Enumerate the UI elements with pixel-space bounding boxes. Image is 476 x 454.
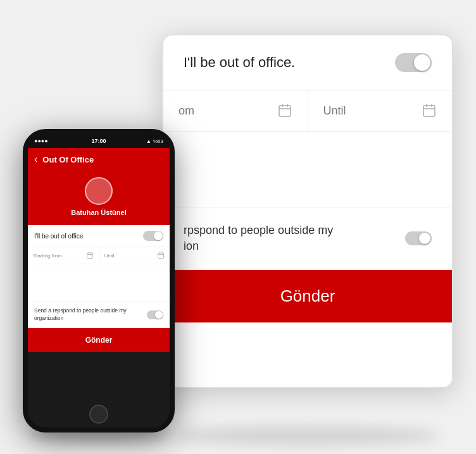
toggle-knob	[414, 54, 430, 71]
phone-out-of-office-label: I'll be out of office.	[34, 233, 143, 240]
phone-home-button[interactable]	[89, 405, 108, 424]
phone-bottom-bar	[28, 401, 170, 427]
phone-out-of-office-row: I'll be out of office.	[28, 225, 170, 247]
phone-time: 17:00	[91, 138, 106, 144]
tablet-outside-org-row: rpspond to people outside myion	[163, 207, 452, 270]
tablet-until-label: Until	[323, 104, 422, 118]
phone-profile-section: Batuhan Üstünel	[28, 171, 170, 225]
phone-avatar	[85, 177, 113, 205]
phone-until-label: Until	[104, 253, 158, 259]
phone-header: ‹ Out Of Office	[28, 148, 170, 171]
phone-outside-org-row: Send a repspond to people outside my org…	[28, 302, 170, 328]
phone-date-row: Starting from Until	[28, 247, 170, 264]
tablet-from-label: om	[178, 104, 277, 118]
phone-toggle-knob	[154, 231, 163, 240]
phone-battery: ▲ %63	[146, 138, 163, 144]
tablet-outside-org-label: rpspond to people outside myion	[184, 223, 405, 254]
tablet-out-of-office-row: I'll be out of office.	[163, 35, 452, 90]
phone-username: Batuhan Üstünel	[71, 209, 126, 216]
svg-rect-4	[423, 106, 435, 116]
phone-from-calendar-icon[interactable]	[86, 252, 94, 259]
phone: ●●●● 17:00 ▲ %63 ‹ Out Of Office Batuhan…	[23, 129, 175, 433]
tablet-until-calendar-icon[interactable]	[422, 103, 437, 118]
tablet-from-calendar-icon[interactable]	[277, 103, 292, 118]
phone-starting-from-cell: Starting from	[28, 247, 99, 264]
tablet: I'll be out of office. om Un	[162, 34, 453, 388]
scene: I'll be out of office. om Un	[23, 21, 453, 433]
tablet-outside-org-toggle[interactable]	[405, 231, 432, 245]
phone-until-cell: Until	[99, 247, 170, 264]
phone-body: I'll be out of office. Starting from	[28, 225, 170, 352]
svg-rect-8	[87, 253, 92, 259]
phone-message-area[interactable]	[28, 264, 170, 302]
phone-out-of-office-toggle[interactable]	[143, 231, 163, 241]
tablet-date-row: om Until	[163, 90, 452, 132]
tablet-outside-toggle-knob	[419, 233, 430, 244]
tablet-from-cell: om	[163, 90, 308, 131]
phone-starting-from-label: Starting from	[33, 253, 86, 259]
tablet-out-of-office-toggle[interactable]	[395, 53, 432, 72]
phone-battery-label: %63	[153, 138, 163, 144]
phone-outside-org-toggle[interactable]	[147, 310, 163, 319]
phone-status-bar: ●●●● 17:00 ▲ %63	[28, 134, 170, 148]
phone-outside-org-label: Send a repspond to people outside my org…	[34, 307, 147, 322]
phone-outside-toggle-knob	[155, 311, 163, 319]
phone-send-button[interactable]: Gönder	[28, 328, 170, 352]
tablet-shadow	[175, 426, 441, 445]
tablet-until-cell: Until	[308, 90, 453, 131]
tablet-send-button[interactable]: Gönder	[163, 270, 452, 322]
svg-rect-0	[279, 106, 291, 116]
phone-back-icon[interactable]: ‹	[34, 154, 37, 165]
svg-rect-12	[158, 253, 164, 259]
phone-wifi-icon: ▲	[146, 138, 151, 144]
phone-signal: ●●●●	[34, 138, 48, 144]
phone-header-title: Out Of Office	[42, 155, 94, 164]
tablet-out-of-office-label: I'll be out of office.	[184, 54, 395, 71]
tablet-message-area[interactable]	[163, 132, 452, 207]
phone-until-calendar-icon[interactable]	[157, 252, 165, 259]
